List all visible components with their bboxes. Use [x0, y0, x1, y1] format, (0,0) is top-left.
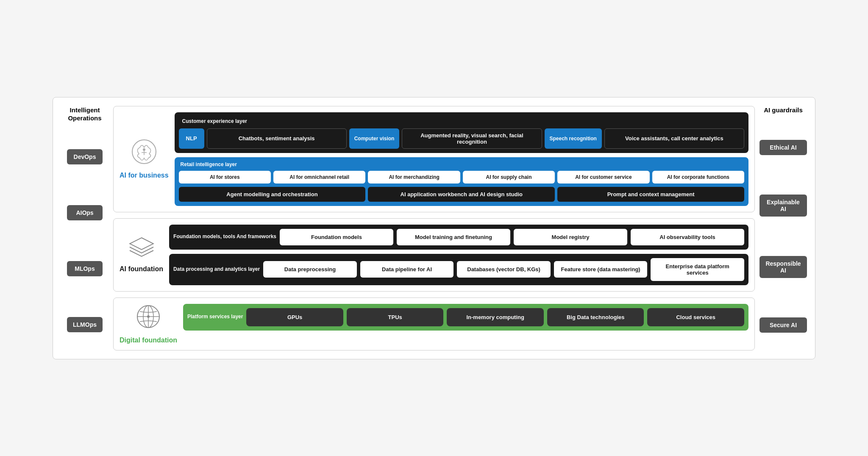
- computer-vision-badge: Computer vision: [349, 128, 400, 149]
- right-title: AI guardrails: [764, 106, 803, 114]
- model-registry-card: Model registry: [514, 229, 627, 245]
- foundation-models-card: Foundation models: [280, 229, 393, 245]
- ai-business-left: AI for business: [120, 112, 169, 206]
- retail-bottom-row: Agent modelling and orchestration AI app…: [179, 187, 744, 202]
- data-layer: Data processing and analytics layer Data…: [169, 254, 748, 285]
- sidebar-item-ethical-ai[interactable]: Ethical AI: [760, 140, 807, 155]
- ai-observability-card: AI observability tools: [631, 229, 744, 245]
- right-sidebar-inner: Ethical AI Explainable AI Responsible AI…: [760, 122, 807, 350]
- agent-modelling-card: Agent modelling and orchestration: [179, 187, 366, 202]
- ar-card: Augmented reality, visual search, facial…: [402, 128, 542, 149]
- ai-omnichannel-card: AI for omnichannel retail: [273, 171, 365, 184]
- layers-icon: [129, 237, 154, 262]
- digital-foundation-section: Digital foundation Platform services lay…: [113, 298, 755, 350]
- customer-exp-layer: Customer experience layer NLP Chatbots, …: [175, 112, 748, 153]
- center-content: AI for business Customer experience laye…: [113, 106, 755, 350]
- digital-label: Digital foundation: [120, 336, 177, 344]
- foundation-label: AI foundation: [120, 265, 163, 273]
- ai-supply-chain-card: AI for supply chain: [463, 171, 555, 184]
- databases-card: Databases (vector DB, KGs): [457, 261, 551, 278]
- retail-title: Retail intelligence layer: [179, 161, 744, 167]
- speech-badge: Speech recognition: [545, 128, 602, 149]
- main-container: Intelligent Operations DevOps AIOps MLOp…: [53, 97, 815, 359]
- customer-exp-title: Customer experience layer: [179, 117, 744, 126]
- gpus-card: GPUs: [246, 308, 343, 326]
- ai-business-label: AI for business: [120, 172, 169, 179]
- foundation-right: Foundation models, tools And frameworks …: [169, 225, 748, 285]
- ai-workbench-card: AI application workbench and AI design s…: [368, 187, 555, 202]
- data-preprocessing-card: Data preprocessing: [263, 261, 357, 278]
- enterprise-data-card: Enterprise data platform services: [651, 258, 744, 281]
- digital-left: Digital foundation: [120, 304, 177, 344]
- foundation-models-label: Foundation models, tools And frameworks: [173, 234, 276, 240]
- ai-foundation-section: AI foundation Foundation models, tools A…: [113, 218, 755, 292]
- model-training-card: Model training and finetuning: [397, 229, 510, 245]
- ai-business-section: AI for business Customer experience laye…: [113, 106, 755, 212]
- ai-merchandizing-card: AI for merchandizing: [368, 171, 460, 184]
- ai-business-right: Customer experience layer NLP Chatbots, …: [175, 112, 748, 206]
- sidebar-item-responsible-ai[interactable]: Responsible AI: [760, 256, 807, 278]
- left-sidebar: Intelligent Operations DevOps AIOps MLOp…: [61, 106, 108, 350]
- brain-icon: [131, 139, 157, 168]
- left-title: Intelligent Operations: [61, 106, 108, 122]
- foundation-models-layer: Foundation models, tools And frameworks …: [169, 225, 748, 250]
- platform-layer: Platform services layer GPUs TPUs In-mem…: [183, 304, 748, 331]
- svg-point-1: [143, 148, 145, 151]
- chatbots-card: Chatbots, sentiment analysis: [207, 128, 347, 149]
- in-memory-card: In-memory computing: [447, 308, 544, 326]
- feature-store-card: Feature store (data mastering): [554, 261, 648, 278]
- sidebar-item-devops[interactable]: DevOps: [67, 149, 103, 164]
- sidebar-item-llmops[interactable]: LLMOps: [67, 317, 103, 332]
- network-icon: [136, 304, 161, 333]
- ai-customer-service-card: AI for customer service: [557, 171, 649, 184]
- customer-exp-row: NLP Chatbots, sentiment analysis Compute…: [179, 128, 744, 149]
- data-layer-label: Data processing and analytics layer: [173, 266, 260, 273]
- foundation-left: AI foundation: [120, 225, 163, 285]
- platform-label: Platform services layer: [187, 314, 243, 320]
- data-pipeline-card: Data pipeline for AI: [360, 261, 454, 278]
- ai-stores-card: AI for stores: [179, 171, 271, 184]
- big-data-card: Big Data technologies: [547, 308, 644, 326]
- digital-right: Platform services layer GPUs TPUs In-mem…: [183, 304, 748, 344]
- prompt-context-card: Prompt and context management: [557, 187, 744, 202]
- cloud-services-card: Cloud services: [647, 308, 744, 326]
- retail-top-row: AI for stores AI for omnichannel retail …: [179, 171, 744, 184]
- sidebar-item-secure-ai[interactable]: Secure AI: [760, 317, 807, 333]
- right-sidebar: AI guardrails Ethical AI Explainable AI …: [760, 106, 807, 350]
- retail-layer: Retail intelligence layer AI for stores …: [175, 157, 748, 206]
- sidebar-item-explainable-ai[interactable]: Explainable AI: [760, 195, 807, 217]
- sidebar-item-mlops[interactable]: MLOps: [67, 261, 103, 276]
- sidebar-item-aiops[interactable]: AIOps: [67, 205, 103, 220]
- ai-corporate-card: AI for corporate functions: [652, 171, 744, 184]
- left-sidebar-inner: DevOps AIOps MLOps LLMOps: [67, 131, 103, 350]
- voice-card: Voice assistants, call center analytics: [604, 128, 744, 149]
- tpus-card: TPUs: [347, 308, 444, 326]
- svg-marker-4: [130, 238, 153, 250]
- nlp-badge: NLP: [179, 128, 204, 149]
